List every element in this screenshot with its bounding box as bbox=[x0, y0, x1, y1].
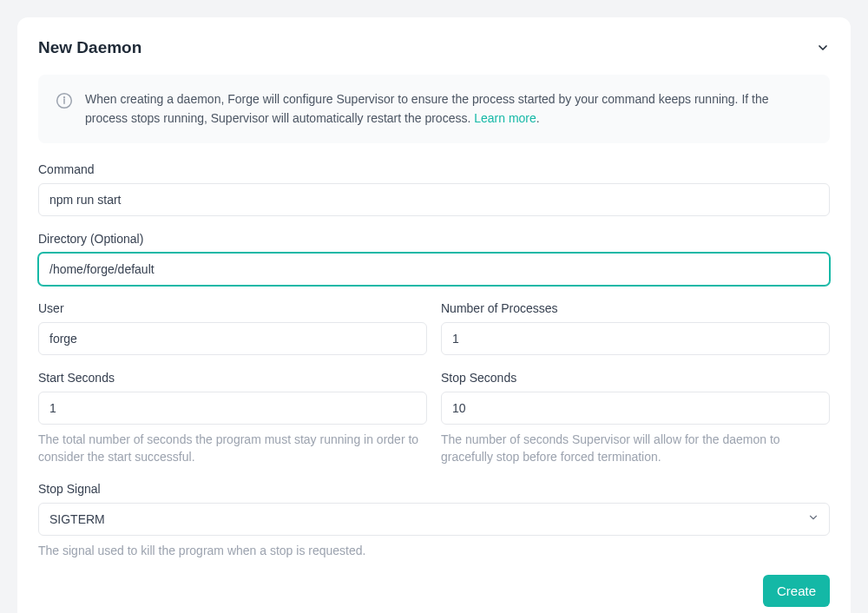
stop-signal-select[interactable]: SIGTERM bbox=[38, 503, 830, 536]
learn-more-link[interactable]: Learn more bbox=[474, 111, 536, 125]
user-group: User bbox=[38, 301, 427, 355]
form-actions: Create bbox=[38, 575, 830, 607]
svg-point-2 bbox=[64, 97, 65, 98]
stop-seconds-label: Stop Seconds bbox=[441, 371, 830, 385]
start-seconds-group: Start Seconds The total number of second… bbox=[38, 371, 427, 465]
directory-label: Directory (Optional) bbox=[38, 232, 830, 246]
processes-group: Number of Processes bbox=[441, 301, 830, 355]
stop-signal-label: Stop Signal bbox=[38, 482, 830, 496]
processes-input[interactable] bbox=[441, 322, 830, 355]
stop-signal-group: Stop Signal SIGTERM The signal used to k… bbox=[38, 482, 830, 560]
info-icon bbox=[56, 92, 73, 113]
new-daemon-card: New Daemon When creating a daemon, Forge… bbox=[17, 17, 851, 613]
stop-signal-helper: The signal used to kill the program when… bbox=[38, 543, 830, 560]
stop-seconds-group: Stop Seconds The number of seconds Super… bbox=[441, 371, 830, 465]
collapse-toggle[interactable] bbox=[816, 41, 830, 55]
info-banner: When creating a daemon, Forge will confi… bbox=[38, 75, 830, 143]
card-title: New Daemon bbox=[38, 38, 141, 57]
processes-label: Number of Processes bbox=[441, 301, 830, 315]
stop-signal-select-wrapper: SIGTERM bbox=[38, 503, 830, 536]
info-text: When creating a daemon, Forge will confi… bbox=[85, 90, 812, 128]
user-input[interactable] bbox=[38, 322, 427, 355]
start-seconds-helper: The total number of seconds the program … bbox=[38, 432, 427, 465]
stop-seconds-helper: The number of seconds Supervisor will al… bbox=[441, 432, 830, 465]
command-group: Command bbox=[38, 162, 830, 216]
start-seconds-input[interactable] bbox=[38, 392, 427, 425]
start-seconds-label: Start Seconds bbox=[38, 371, 427, 385]
user-label: User bbox=[38, 301, 427, 315]
chevron-down-icon bbox=[816, 41, 830, 55]
command-label: Command bbox=[38, 162, 830, 176]
command-input[interactable] bbox=[38, 183, 830, 216]
directory-group: Directory (Optional) bbox=[38, 232, 830, 286]
card-header: New Daemon bbox=[38, 38, 830, 57]
stop-seconds-input[interactable] bbox=[441, 392, 830, 425]
directory-input[interactable] bbox=[38, 253, 830, 286]
create-button[interactable]: Create bbox=[763, 575, 830, 607]
info-text-content: When creating a daemon, Forge will confi… bbox=[85, 92, 769, 125]
